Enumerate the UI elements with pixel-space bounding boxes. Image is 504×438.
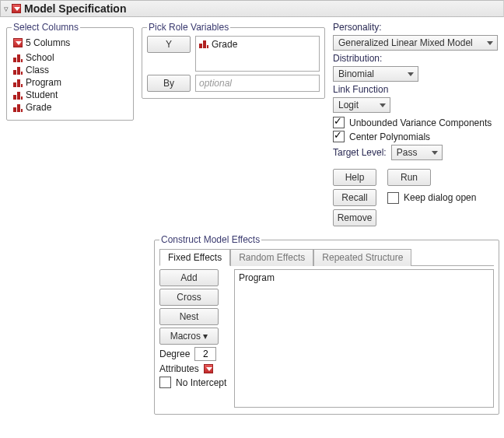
columns-count-label: 5 Columns [26, 37, 70, 48]
keep-open-checkbox[interactable] [387, 192, 399, 204]
no-intercept-checkbox[interactable] [159, 377, 171, 388]
panel-title: Model Specification [24, 2, 126, 15]
construct-legend: Construct Model Effects [159, 234, 261, 245]
target-level-label: Target Level: [333, 147, 387, 158]
column-item[interactable]: Class [12, 64, 128, 76]
attributes-label: Attributes [159, 363, 199, 374]
column-item[interactable]: Program [12, 76, 128, 89]
cross-button[interactable]: Cross [159, 289, 219, 306]
y-variable: Grade [212, 39, 237, 50]
personality-label: Personality: [333, 22, 498, 33]
column-item[interactable]: School [12, 51, 128, 64]
y-role-box[interactable]: Grade [195, 36, 320, 72]
unbounded-checkbox[interactable] [333, 117, 345, 128]
disclosure-triangle[interactable]: ▿ [4, 4, 9, 14]
add-button[interactable]: Add [159, 269, 219, 286]
by-placeholder: optional [199, 78, 232, 89]
y-button[interactable]: Y [147, 36, 191, 53]
degree-label: Degree [159, 349, 190, 359]
construct-fieldset: Construct Model Effects Fixed Effects Ra… [154, 234, 499, 415]
keep-open-label: Keep dialog open [404, 192, 476, 203]
remove-button[interactable]: Remove [333, 209, 376, 226]
macros-button[interactable]: Macros ▾ [159, 328, 219, 345]
help-button[interactable]: Help [333, 169, 376, 186]
effects-list-box[interactable]: Program [234, 269, 494, 408]
column-item[interactable]: Student [12, 89, 128, 101]
linkfunc-label: Link Function [333, 84, 498, 95]
attributes-hotspot-icon[interactable] [204, 364, 213, 373]
center-checkbox[interactable] [333, 131, 345, 142]
column-list: School Class Program Student Grade [12, 51, 128, 114]
recall-button[interactable]: Recall [333, 189, 376, 206]
distribution-label: Distribution: [333, 53, 498, 64]
target-level-select[interactable]: Pass [391, 145, 443, 160]
linkfunc-select[interactable]: Logit [333, 97, 390, 113]
settings-column: Personality: Generalized Linear Mixed Mo… [333, 22, 498, 226]
tab-repeated-structure[interactable]: Repeated Structure [313, 249, 411, 266]
degree-input[interactable] [194, 347, 216, 361]
by-role-box[interactable]: optional [195, 75, 320, 92]
columns-hotspot-icon[interactable] [13, 38, 23, 47]
nominal-icon [13, 65, 23, 75]
distribution-select[interactable]: Binomial [333, 66, 418, 82]
tab-fixed-effects[interactable]: Fixed Effects [159, 249, 230, 266]
nominal-icon [13, 78, 23, 87]
tab-random-effects[interactable]: Random Effects [230, 249, 313, 266]
nominal-icon [13, 90, 23, 100]
run-button[interactable]: Run [387, 169, 431, 186]
unbounded-label: Unbounded Variance Components [349, 117, 492, 128]
no-intercept-label: No Intercept [176, 377, 226, 388]
select-columns-legend: Select Columns [12, 22, 80, 33]
panel-hotspot-icon[interactable] [12, 4, 21, 13]
pick-role-legend: Pick Role Variables [147, 22, 230, 33]
nominal-icon [199, 39, 208, 48]
effect-item[interactable]: Program [239, 272, 489, 283]
nominal-icon [13, 103, 23, 112]
pick-role-fieldset: Pick Role Variables Y Grade By optional [142, 22, 325, 99]
column-item[interactable]: Grade [12, 101, 128, 114]
center-label: Center Polynomials [349, 131, 430, 142]
nominal-icon [13, 53, 23, 62]
nest-button[interactable]: Nest [159, 308, 219, 325]
effects-tabs: Fixed Effects Random Effects Repeated St… [159, 248, 494, 266]
panel-title-bar: ▿ Model Specification [0, 0, 504, 17]
personality-select[interactable]: Generalized Linear Mixed Model [333, 35, 498, 51]
by-button[interactable]: By [147, 75, 191, 92]
select-columns-fieldset: Select Columns 5 Columns School Class Pr… [6, 22, 134, 121]
